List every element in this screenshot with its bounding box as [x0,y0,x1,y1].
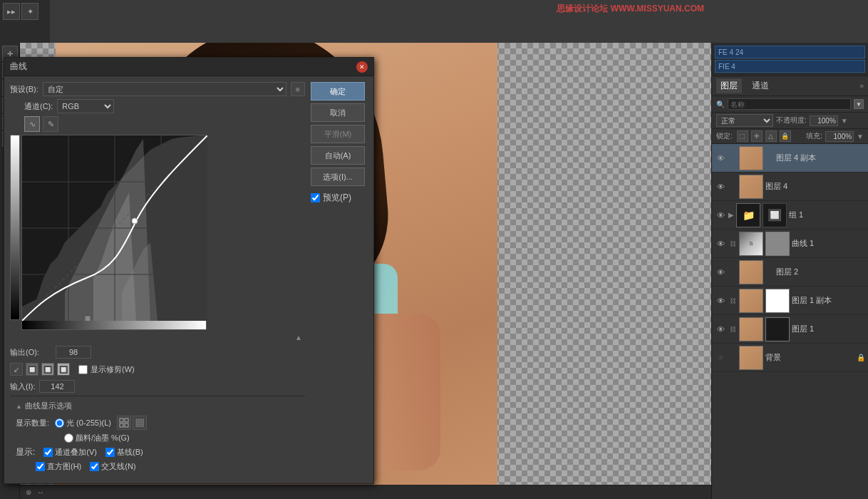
chain-icon-6: ⛓ [728,324,737,335]
grid-style-icons [117,416,147,430]
fill-arrow[interactable]: ▼ [857,133,864,140]
preset-label: 预设(B): [10,84,38,95]
svg-rect-15 [85,316,91,321]
section-header[interactable]: ▲ 曲线显示选项 [16,399,299,413]
gradient-triangle: ▲ [295,334,302,341]
svg-rect-16 [120,418,123,422]
layers-list: 👁 图层 4 副本 👁 图层 4 [712,144,868,499]
cancel-button[interactable]: 取消 [311,103,365,122]
auto-button[interactable]: 自动(A) [311,146,365,165]
pigment-radio-input[interactable] [64,433,73,443]
blend-mode-select[interactable]: 正常 [716,114,773,127]
eye-icon-3[interactable]: 👁 [715,238,726,250]
output-value-input[interactable] [56,346,91,359]
options-button[interactable]: 选项(I)... [311,168,365,186]
light-radio[interactable]: 光 (0-255)(L) [55,418,111,428]
group-arrow[interactable]: ▶ [728,211,734,219]
light-radio-input[interactable] [55,418,64,428]
layer-row[interactable]: 👁 图层 4 副本 [712,144,868,173]
layer-row[interactable]: 👁 ▶ 📁 🔲 组 1 [712,201,868,230]
sample-icon-1[interactable]: ↙ [10,363,23,376]
layer-thumb-6 [739,317,763,341]
smooth-button[interactable]: 平滑(M) [311,125,365,143]
baseline-input[interactable] [105,448,115,457]
preview-checkbox[interactable] [311,193,320,202]
show-label: 显示: [16,446,35,458]
horizontal-gradient-bar [21,320,207,330]
preset-select[interactable]: 自定 [43,82,286,96]
eye-icon-2[interactable]: 👁 [715,210,726,221]
show-clipping-checkbox[interactable]: 显示修剪(W) [78,364,135,375]
layer-row[interactable]: 👁 ⛓ 图层 1 副本 [712,287,868,315]
grid-4-btn[interactable] [117,416,131,430]
layer-thumb-4 [739,260,763,284]
intersection-check[interactable]: 交叉线(N) [90,461,135,472]
channel-select[interactable]: RGB [57,99,114,113]
mini-toolbar: ▸▸ ✦ [0,0,50,43]
svg-rect-17 [125,418,128,422]
show-clipping-check[interactable] [78,365,88,374]
filter-dropdown-icon[interactable]: ▼ [854,99,864,109]
group-mask-thumb: 🔲 [763,203,787,227]
dialog-close-button[interactable]: ✕ [356,61,368,73]
curve-tool-pencil[interactable]: ✎ [43,116,58,132]
channel-overlay-check[interactable]: 通道叠加(V) [43,447,97,458]
curves-right-buttons: 确定 取消 平滑(M) 自动(A) 选项(I)... 预览(P) [311,82,368,478]
ok-button[interactable]: 确定 [311,82,365,101]
chain-icon-4 [728,267,737,278]
eye-icon-7[interactable]: 👁 [715,352,726,364]
layer-row[interactable]: 👁 ⛓ S 曲线 1 [712,230,868,258]
channel-overlay-input[interactable] [43,448,53,457]
sample-icon-2[interactable]: 🔲 [26,363,38,376]
lock-artboard-btn[interactable]: △ [765,130,777,142]
sample-icon-4[interactable]: 🔲 [57,363,70,376]
layer-mask-5 [765,289,790,313]
lock-pos-btn[interactable]: ✛ [751,130,763,142]
fill-input[interactable] [825,131,854,142]
channel-label: 通道(C): [24,101,53,112]
output-row: 输出(O): [10,346,305,359]
layer-thumb-1 [739,175,763,199]
canvas-statusbar: ⊕ ↔ [20,485,711,499]
tab-layers[interactable]: 图层 [716,78,742,93]
vertical-gradient-bar [10,135,20,320]
layer-row[interactable]: 👁 背景 🔒 [712,344,868,372]
curves-dialog: 曲线 ✕ 预设(B): 自定 ≡ 通道(C): RGB [4,57,374,484]
preview-label: 预览(P) [323,192,351,204]
histogram-check[interactable]: 直方图(H) [36,461,81,472]
eye-icon-1[interactable]: 👁 [715,181,726,192]
panel-expand-icon[interactable]: » [859,82,864,90]
eye-icon-0[interactable]: 👁 [715,153,726,164]
history-item-1[interactable]: FE 4 24 [715,46,865,58]
lock-all-btn[interactable]: 🔒 [780,130,791,142]
layers-search-input[interactable] [728,98,851,110]
tool-arrow[interactable]: ▸▸ [3,3,20,20]
display-options-content: 显示数量: 光 (0-255)(L) [16,413,299,475]
layer-row[interactable]: 👁 ⛓ 图层 1 [712,315,868,344]
preset-menu-btn[interactable]: ≡ [291,82,305,96]
lock-pixels-btn[interactable]: ⬚ [737,130,748,142]
tool-move[interactable]: ✦ [21,3,38,20]
eye-icon-5[interactable]: 👁 [715,295,726,307]
curve-canvas-wrapper[interactable] [21,135,207,320]
tab-channels[interactable]: 通道 [748,78,773,93]
layer-row[interactable]: 👁 图层 4 [712,173,868,201]
opacity-arrow[interactable]: ▼ [841,117,848,125]
layer-row[interactable]: 👁 图层 2 [712,258,868,287]
opacity-input[interactable] [810,115,838,126]
baseline-check[interactable]: 基线(B) [105,447,143,458]
history-item-2[interactable]: FIE 4 [715,60,865,73]
curve-tool-node[interactable]: ∿ [24,116,40,132]
sample-btns: ↙ 🔲 🔲 🔲 [10,363,70,376]
intersection-input[interactable] [90,462,99,471]
eye-icon-6[interactable]: 👁 [715,324,726,335]
layer-name-3: 曲线 1 [792,238,865,249]
grid-16-btn[interactable] [133,416,147,430]
eye-icon-4[interactable]: 👁 [715,267,726,278]
histogram-input[interactable] [36,462,45,471]
layer-name-6: 图层 1 [792,324,865,334]
sample-icon-3[interactable]: 🔲 [41,363,54,376]
pigment-radio[interactable]: 颜料/油墨 %(G) [64,433,130,443]
input-value-input[interactable] [39,380,75,393]
history-items-panel: FE 4 24 FIE 4 [712,43,868,76]
